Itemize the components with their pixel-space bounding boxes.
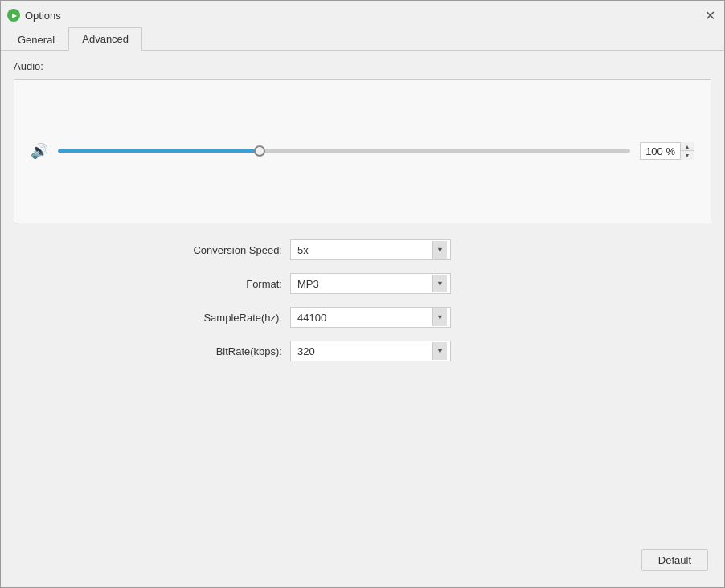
volume-spinner: ▲ ▼ xyxy=(680,142,694,160)
tab-bar: General Advanced xyxy=(1,27,724,51)
title-bar: Options ✕ xyxy=(1,1,724,27)
bitrate-row: BitRate(kbps): 320 ▼ xyxy=(162,341,563,361)
default-button[interactable]: Default xyxy=(641,549,708,571)
tab-general[interactable]: General xyxy=(4,27,68,51)
conversion-speed-value: 5x xyxy=(297,244,309,256)
audio-section-label: Audio: xyxy=(14,60,711,72)
close-button[interactable]: ✕ xyxy=(702,7,718,23)
conversion-speed-label: Conversion Speed: xyxy=(162,244,282,256)
volume-down-button[interactable]: ▼ xyxy=(681,151,694,160)
samplerate-label: SampleRate(hz): xyxy=(162,312,282,324)
samplerate-value: 44100 xyxy=(297,312,326,324)
bottom-bar: Default xyxy=(1,541,724,587)
samplerate-dropdown[interactable]: 44100 ▼ xyxy=(290,307,451,328)
bitrate-arrow: ▼ xyxy=(432,342,447,360)
app-icon xyxy=(7,9,20,22)
volume-value: 100 % xyxy=(641,145,680,157)
bitrate-label: BitRate(kbps): xyxy=(162,345,282,357)
format-row: Format: MP3 ▼ xyxy=(162,273,563,294)
volume-display: 100 % ▲ ▼ xyxy=(640,142,694,160)
content-area: Audio: 🔊 100 % ▲ ▼ Conversion Speed: 5x xyxy=(1,51,724,541)
volume-icon: 🔊 xyxy=(31,142,48,160)
conversion-speed-row: Conversion Speed: 5x ▼ xyxy=(162,239,563,260)
volume-slider[interactable] xyxy=(58,149,630,153)
tab-advanced[interactable]: Advanced xyxy=(68,27,142,51)
samplerate-row: SampleRate(hz): 44100 ▼ xyxy=(162,307,563,328)
samplerate-arrow: ▼ xyxy=(432,308,447,326)
audio-box: 🔊 100 % ▲ ▼ xyxy=(14,79,711,223)
conversion-speed-arrow: ▼ xyxy=(432,241,447,259)
format-value: MP3 xyxy=(297,278,319,290)
window-title: Options xyxy=(25,10,61,22)
conversion-speed-dropdown[interactable]: 5x ▼ xyxy=(290,239,451,260)
format-dropdown[interactable]: MP3 ▼ xyxy=(290,273,451,294)
bitrate-value: 320 xyxy=(297,345,315,357)
format-label: Format: xyxy=(162,278,282,290)
volume-up-button[interactable]: ▲ xyxy=(681,142,694,151)
format-arrow: ▼ xyxy=(432,275,447,292)
settings-grid: Conversion Speed: 5x ▼ Format: MP3 ▼ Sam… xyxy=(14,239,711,361)
volume-slider-container[interactable] xyxy=(58,143,630,159)
options-window: Options ✕ General Advanced Audio: 🔊 100 … xyxy=(0,0,725,588)
bitrate-dropdown[interactable]: 320 ▼ xyxy=(290,341,451,361)
title-bar-left: Options xyxy=(7,9,61,22)
